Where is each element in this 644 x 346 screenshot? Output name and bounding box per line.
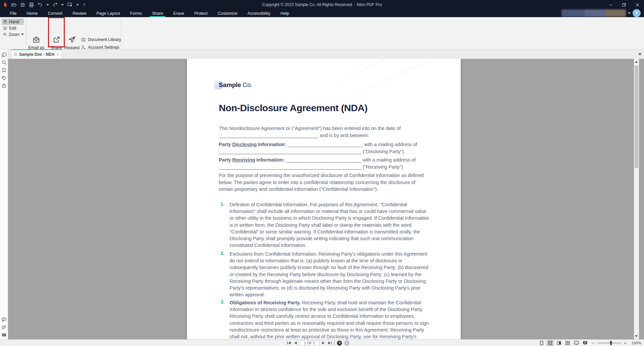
window-title: Copyright © 2023 Sample Co. All Rights R… xyxy=(0,2,644,7)
tab-protect[interactable]: Protect xyxy=(189,9,213,17)
tab-share[interactable]: Share xyxy=(147,9,168,17)
ribbon: Hand Edit Zoom Email asAttachment Email … xyxy=(0,17,644,49)
close-button[interactable] xyxy=(631,0,644,9)
party-suffix: Information: xyxy=(255,157,286,163)
security-panel-icon[interactable] xyxy=(1,83,7,88)
document-library-label: Document Library xyxy=(88,37,121,42)
intro-paragraph: This Nondisclosure Agreement or ("Agreem… xyxy=(219,125,430,139)
tab-erase[interactable]: Erase xyxy=(168,9,189,17)
party-word-disclosing: Disclosing xyxy=(232,142,257,147)
previous-page-button[interactable] xyxy=(294,341,297,345)
customize-toolbar-icon[interactable] xyxy=(82,3,86,7)
fullscreen-view-button[interactable] xyxy=(573,340,580,346)
hand-icon xyxy=(3,19,7,24)
last-page-button[interactable] xyxy=(328,341,332,345)
user-account-area[interactable]: T xyxy=(561,8,641,18)
list-item-text: Receiving Party shall hold and maintain … xyxy=(230,300,429,339)
list-item-obligations: Obligations of Receiving Party. Receivin… xyxy=(230,299,430,339)
blank-line: ________________________________________… xyxy=(219,149,361,154)
view-controls: − + 100% xyxy=(538,340,641,346)
print-icon[interactable] xyxy=(29,2,34,8)
facing-continuous-view-button[interactable] xyxy=(564,340,571,346)
zoom-dropdown-icon[interactable] xyxy=(21,34,24,35)
tags-panel-icon[interactable] xyxy=(1,75,7,81)
avatar[interactable]: T xyxy=(633,9,641,17)
comments-panel-icon[interactable] xyxy=(1,317,7,322)
zoom-slider[interactable] xyxy=(597,343,621,343)
list-number: 2. xyxy=(220,251,228,256)
blank-line: ____________________________ xyxy=(288,142,363,147)
intro-text: This Nondisclosure Agreement or ("Agreem… xyxy=(219,126,401,131)
presentation-view-button[interactable] xyxy=(582,340,589,346)
tab-page-layout[interactable]: Page Layout xyxy=(91,9,125,17)
party-receiving-paragraph: Party Receiving Information: ___________… xyxy=(219,157,430,170)
scrollbar-thumb[interactable] xyxy=(635,66,638,168)
zoom-in-button[interactable]: + xyxy=(623,341,628,346)
bookmarks-panel-icon[interactable] xyxy=(1,68,7,73)
list-number: 1. xyxy=(220,201,228,207)
edit-icon xyxy=(3,26,7,30)
tab-help[interactable]: Help xyxy=(276,9,294,17)
tab-list-dropdown-icon[interactable] xyxy=(638,52,642,58)
scroll-down-icon[interactable] xyxy=(635,335,638,337)
output-panel-icon[interactable] xyxy=(1,332,7,338)
tab-forms[interactable]: Forms xyxy=(125,9,147,17)
first-page-button[interactable] xyxy=(287,341,291,345)
title-bar: Copyright © 2023 Sample Co. All Rights R… xyxy=(0,0,644,9)
open-file-icon[interactable] xyxy=(11,2,17,8)
redo-dropdown-icon[interactable] xyxy=(61,4,64,6)
blank-line: ________________________________________… xyxy=(219,164,361,170)
page-indicator-field[interactable]: 1 OF 2 xyxy=(300,340,319,346)
document-tab[interactable]: Sample Doc - NDA xyxy=(11,49,62,59)
restore-button[interactable] xyxy=(617,0,631,9)
save-icon[interactable] xyxy=(20,2,25,7)
party-tail-text: (“Disclosing Party”). xyxy=(361,149,405,154)
blank-line: ____________________________ xyxy=(286,157,361,163)
minimize-button[interactable] xyxy=(604,0,617,9)
list-item-text: Definition of Confidential Information. … xyxy=(230,202,429,248)
edit-tool-label: Edit xyxy=(9,26,16,31)
zoom-out-button[interactable]: − xyxy=(590,341,596,346)
request-signature-icon xyxy=(68,36,76,44)
tab-accessibility[interactable]: Accessibility xyxy=(243,9,276,17)
zoom-tool-button[interactable]: Zoom xyxy=(2,31,24,38)
screen-tool-icon[interactable] xyxy=(67,2,73,8)
hand-tool-label: Hand xyxy=(9,19,19,24)
party-disclosing-paragraph: Party Disclosing Information: __________… xyxy=(219,141,430,155)
tab-file[interactable]: File xyxy=(5,9,21,17)
quick-access-toolbar xyxy=(0,2,86,8)
tab-home[interactable]: Home xyxy=(21,9,43,17)
party-prefix: Party xyxy=(219,142,232,147)
single-page-view-button[interactable] xyxy=(538,340,545,346)
undo-dropdown-icon[interactable] xyxy=(46,4,49,6)
redo-icon[interactable] xyxy=(52,2,58,7)
tab-review[interactable]: Review xyxy=(67,9,91,17)
list-number: 3. xyxy=(220,299,228,305)
tab-customize[interactable]: Customize xyxy=(213,9,243,17)
attachments-panel-icon[interactable] xyxy=(1,325,7,330)
edit-tool-button[interactable]: Edit xyxy=(2,25,24,31)
history-forward-button[interactable] xyxy=(344,341,349,346)
history-back-button[interactable] xyxy=(337,341,342,346)
undo-icon[interactable] xyxy=(38,2,43,7)
continuous-view-button[interactable] xyxy=(547,340,554,346)
hand-tool-button[interactable]: Hand xyxy=(2,18,24,25)
zoom-slider-thumb[interactable] xyxy=(610,341,612,345)
tab-convert[interactable]: Convert xyxy=(43,9,68,17)
vertical-scrollbar[interactable] xyxy=(634,59,639,339)
share-highlight-annotation xyxy=(48,17,65,47)
email-attachment-icon xyxy=(32,36,41,44)
document-library-button[interactable]: Document Library xyxy=(81,37,121,43)
screen-tool-dropdown-icon[interactable] xyxy=(76,4,79,6)
user-dropdown-icon[interactable] xyxy=(628,12,631,14)
document-viewport[interactable]: Sample Co. Non-Disclosure Agreement (NDA… xyxy=(8,59,639,339)
close-tab-icon[interactable] xyxy=(57,53,59,56)
scroll-up-icon[interactable] xyxy=(635,61,638,63)
pages-panel-icon[interactable] xyxy=(1,52,7,57)
search-panel-icon[interactable] xyxy=(1,60,7,65)
document-title: Non-Disclosure Agreement (NDA) xyxy=(219,102,367,114)
document-tab-title: Sample Doc - NDA xyxy=(19,52,54,57)
next-page-button[interactable] xyxy=(321,341,325,345)
facing-pages-view-button[interactable] xyxy=(555,340,562,346)
party-mid-text: with a mailing address of xyxy=(361,157,415,163)
